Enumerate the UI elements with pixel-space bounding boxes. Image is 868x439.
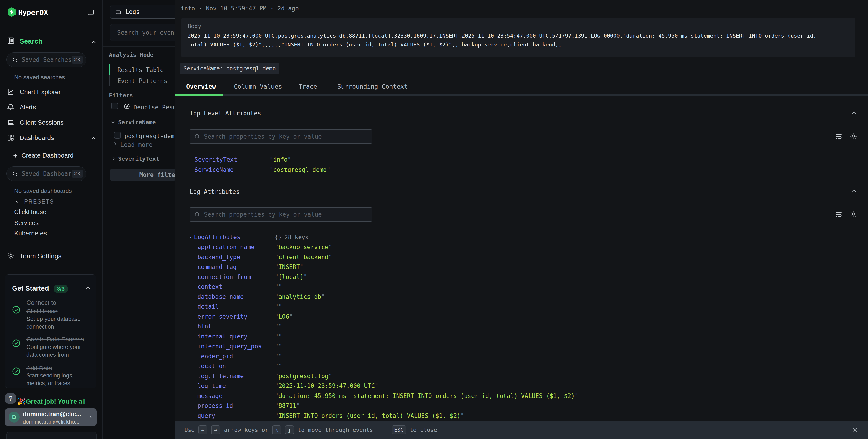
attribute-value[interactable] — [275, 353, 282, 360]
attribute-key[interactable]: connection_from — [197, 273, 275, 281]
attribute-value[interactable] — [275, 363, 282, 370]
denoise-label[interactable]: Denoise Resul — [133, 104, 175, 111]
attribute-key[interactable]: message — [197, 392, 275, 400]
denoise-checkbox[interactable] — [111, 102, 118, 109]
attribute-key[interactable]: LogAttributes — [194, 233, 241, 241]
postgresql-demo-checkbox[interactable] — [114, 132, 121, 138]
wrap-lines-icon[interactable] — [834, 132, 843, 140]
tab-column-values[interactable]: Column Values — [234, 83, 282, 90]
attribute-key[interactable]: ServiceName — [194, 166, 270, 174]
servicename-chevron-down-icon[interactable] — [110, 120, 116, 125]
top-level-search[interactable] — [190, 129, 372, 144]
attribute-value[interactable]: postgresql.log — [275, 372, 332, 380]
tree-collapse-triangle-icon[interactable]: ▾ — [189, 233, 192, 241]
load-more-chevron-right-icon[interactable] — [113, 141, 118, 146]
servicename-tag[interactable]: ServiceName: postgresql-demo — [180, 63, 279, 74]
log-attributes-search[interactable] — [190, 208, 372, 222]
presets-chevron-down-icon[interactable] — [14, 199, 20, 204]
gear-icon[interactable] — [849, 132, 858, 140]
attribute-key[interactable]: backend_type — [197, 253, 275, 261]
attribute-value[interactable]: INSERT INTO orders (user_id, total) VALU… — [275, 412, 464, 419]
mode-results-table[interactable]: Results Table — [117, 67, 164, 73]
attribute-value[interactable]: [local] — [275, 273, 307, 281]
section-collapse-chevron-up-icon[interactable] — [851, 109, 858, 116]
attribute-key[interactable]: query — [197, 412, 275, 419]
attribute-value[interactable]: 2025-11-10 23:59:47.000 UTC — [275, 382, 378, 389]
search-icon — [194, 211, 200, 218]
sidebar-item-team-settings[interactable]: Team Settings — [20, 252, 62, 260]
saved-searches-input[interactable]: ⌘K — [6, 53, 86, 67]
tab-trace[interactable]: Trace — [299, 83, 317, 90]
attribute-key[interactable]: database_name — [197, 293, 275, 301]
attribute-key[interactable]: error_severity — [197, 313, 275, 320]
attribute-key[interactable]: detail — [197, 303, 275, 310]
user-menu[interactable]: D dominic.tran@clic... dominic.tran@clic… — [5, 408, 97, 426]
attribute-value[interactable]: 88711 — [275, 402, 300, 409]
create-dashboard-button[interactable]: Create Dashboard — [22, 152, 73, 159]
mode-event-patterns[interactable]: Event Patterns — [117, 77, 167, 84]
bottom-partial-card[interactable] — [6, 432, 97, 439]
top-level-search-field[interactable] — [204, 133, 372, 140]
attribute-key[interactable]: internal_query_pos — [197, 343, 275, 350]
attribute-value[interactable]: LOG — [275, 313, 293, 320]
saved-dashboards-input[interactable]: ⌘K — [6, 166, 86, 181]
tab-surrounding-context[interactable]: Surrounding Context — [337, 83, 408, 90]
attribute-value[interactable]: INSERT — [275, 263, 303, 271]
attribute-value[interactable] — [275, 283, 282, 290]
search-collapse-chevron-up-icon[interactable] — [91, 39, 97, 45]
attribute-key[interactable]: process_id — [197, 402, 275, 409]
attribute-key[interactable]: log_time — [197, 382, 275, 389]
attribute-value[interactable]: analytics_db — [275, 293, 325, 301]
severitytext-group-label[interactable]: SeverityText — [118, 155, 159, 162]
attribute-key[interactable]: internal_query — [197, 333, 275, 340]
sidebar-item-client-sessions[interactable]: Client Sessions — [20, 119, 64, 126]
preset-clickhouse[interactable]: ClickHouse — [14, 208, 46, 216]
attribute-key[interactable]: application_name — [197, 244, 275, 251]
sidebar-item-chart-explorer[interactable]: Chart Explorer — [20, 88, 61, 96]
load-more-button[interactable]: Load more — [120, 141, 153, 148]
close-icon[interactable] — [851, 426, 859, 434]
attribute-key[interactable]: leader_pid — [197, 353, 275, 360]
saved-searches-field[interactable] — [21, 56, 72, 63]
sidebar-item-search[interactable]: Search — [20, 37, 42, 45]
attribute-value[interactable]: duration: 45.950 ms statement: INSERT IN… — [275, 392, 578, 400]
attribute-key[interactable]: hint — [197, 323, 275, 330]
attribute-key[interactable]: context — [197, 283, 275, 290]
attribute-value[interactable]: postgresql-demo — [270, 166, 330, 174]
attribute-value[interactable]: info — [270, 156, 291, 163]
help-button[interactable]: ? — [5, 393, 17, 404]
presets-label[interactable]: PRESETS — [24, 198, 54, 205]
attribute-value[interactable] — [275, 333, 282, 340]
sidebar-item-dashboards[interactable]: Dashboards — [20, 134, 54, 142]
postgresql-demo-label[interactable]: postgresql-demo — [124, 133, 175, 139]
event-search-field[interactable] — [117, 29, 175, 36]
get-started-chevron-up-icon[interactable] — [85, 285, 91, 291]
event-search-input[interactable] — [110, 24, 175, 41]
scrollbar-track[interactable] — [865, 96, 865, 420]
attribute-key[interactable]: log.file.name — [197, 372, 275, 380]
sidebar-item-alerts[interactable]: Alerts — [20, 104, 36, 111]
servicename-group-label[interactable]: ServiceName — [118, 119, 156, 126]
source-select[interactable]: Logs — [110, 5, 175, 19]
preset-services[interactable]: Services — [14, 219, 38, 226]
log-attributes-search-field[interactable] — [204, 211, 372, 218]
wrap-lines-icon[interactable] — [834, 210, 843, 218]
sidebar-collapse-icon[interactable] — [87, 9, 94, 16]
attribute-key[interactable]: command_tag — [197, 263, 275, 271]
attribute-key[interactable]: SeverityText — [194, 156, 270, 163]
attribute-value[interactable] — [275, 343, 282, 350]
severitytext-chevron-right-icon[interactable] — [111, 156, 116, 161]
attribute-value[interactable] — [275, 323, 282, 330]
gear-icon[interactable] — [849, 210, 858, 218]
user-name: dominic.tran@clic... — [23, 411, 81, 418]
attribute-value[interactable] — [275, 303, 282, 310]
attribute-value[interactable]: client backend — [275, 253, 332, 261]
attribute-key[interactable]: location — [197, 363, 275, 370]
more-filters-button[interactable]: More filte — [110, 169, 175, 181]
preset-kubernetes[interactable]: Kubernetes — [14, 230, 47, 237]
saved-dashboards-field[interactable] — [21, 170, 72, 177]
section-collapse-chevron-up-icon[interactable] — [851, 188, 858, 195]
tab-overview[interactable]: Overview — [186, 83, 216, 90]
attribute-value[interactable]: backup_service — [275, 244, 332, 251]
dashboards-collapse-chevron-up-icon[interactable] — [91, 135, 97, 141]
